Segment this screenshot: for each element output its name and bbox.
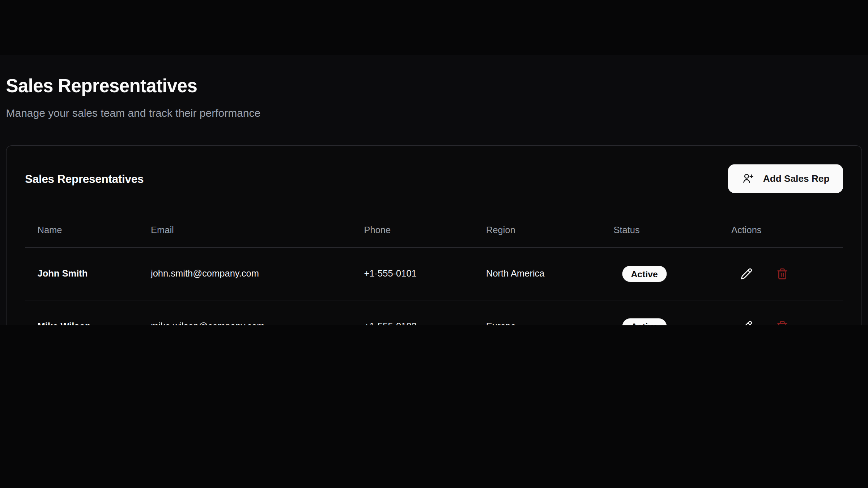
status-badge: Active (622, 266, 667, 282)
column-header-name: Name (38, 225, 151, 236)
app-viewport: Sales Representatives Manage your sales … (0, 0, 868, 325)
user-plus-icon (743, 173, 754, 185)
rep-phone: +1-555-0103 (364, 321, 486, 325)
rep-name: Mike Wilson (38, 321, 151, 325)
table-header-row: Name Email Phone Region Status Actions (25, 213, 843, 248)
edit-button[interactable] (741, 321, 753, 326)
table-row: John Smith john.smith@company.com +1-555… (25, 248, 843, 301)
page-title: Sales Representatives (6, 75, 862, 97)
edit-button[interactable] (741, 268, 753, 280)
pencil-icon (741, 321, 753, 326)
rep-name: John Smith (38, 269, 151, 279)
rep-email: john.smith@company.com (151, 269, 364, 279)
status-badge: Active (622, 318, 667, 326)
add-sales-rep-label: Add Sales Rep (763, 173, 830, 185)
column-header-actions: Actions (731, 225, 843, 236)
card-header: Sales Representatives Add Sales Rep (25, 164, 843, 193)
row-actions (731, 321, 843, 326)
rep-region: North America (486, 269, 614, 279)
card-title: Sales Representatives (25, 172, 144, 185)
add-sales-rep-button[interactable]: Add Sales Rep (728, 164, 843, 193)
rep-region: Europe (486, 321, 614, 325)
rep-email: mike.wilson@company.com (151, 321, 364, 325)
column-header-email: Email (151, 225, 364, 236)
row-actions (731, 268, 843, 280)
page-subtitle: Manage your sales team and track their p… (6, 107, 862, 119)
delete-button[interactable] (776, 268, 788, 280)
main-content: Sales Representatives Manage your sales … (0, 55, 868, 325)
column-header-phone: Phone (364, 225, 486, 236)
sales-reps-card: Sales Representatives Add Sales Rep Name (6, 145, 862, 325)
rep-phone: +1-555-0101 (364, 269, 486, 279)
rep-status-cell: Active (614, 266, 732, 282)
table-body: John Smith john.smith@company.com +1-555… (25, 248, 843, 326)
pencil-icon (741, 268, 753, 280)
rep-status-cell: Active (614, 318, 732, 326)
table-row: Mike Wilson mike.wilson@company.com +1-5… (25, 300, 843, 325)
delete-button[interactable] (776, 321, 788, 326)
column-header-region: Region (486, 225, 614, 236)
trash-icon (776, 268, 788, 280)
trash-icon (776, 321, 788, 326)
column-header-status: Status (614, 225, 732, 236)
